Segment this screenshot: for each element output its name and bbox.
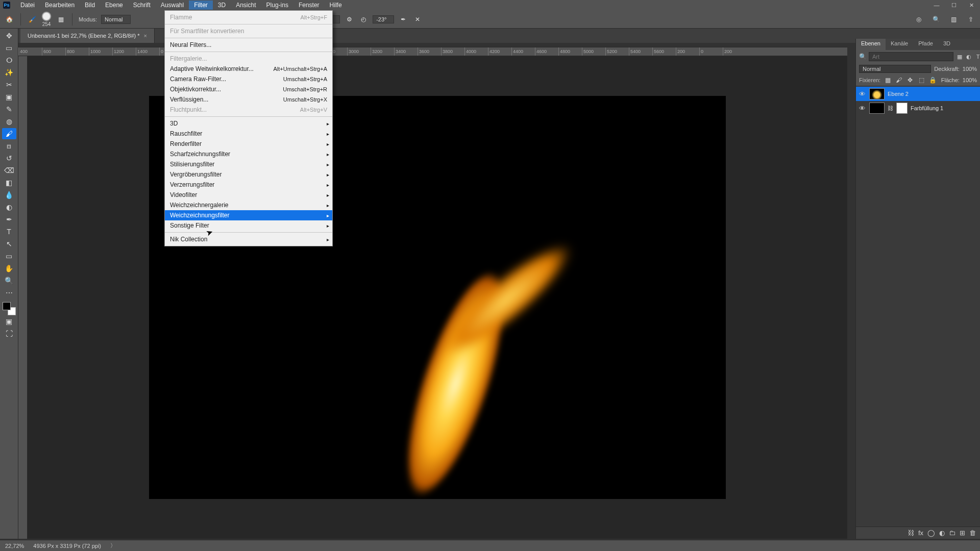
maximize-button[interactable]: ☐ [945,0,963,10]
angle-icon[interactable]: ◴ [358,14,369,24]
link-icon[interactable]: ⛓ [888,105,893,111]
menu-item-fluchtpunkt[interactable]: Fluchtpunkt... Alt+Strg+V [165,105,332,115]
brush-settings-icon[interactable]: ▦ [56,14,66,24]
angle-value[interactable]: -23° [373,15,394,23]
menu-item-weichzeichnungsfilter[interactable]: Weichzeichnungsfilter ▸ [165,210,332,220]
visibility-icon[interactable]: 👁 [859,90,866,98]
menu-ebene[interactable]: Ebene [100,1,128,10]
brush-tool[interactable]: 🖌 [2,128,16,139]
menu-item-camera-raw[interactable]: Camera Raw-Filter... Umschalt+Strg+A [165,74,332,84]
layer-thumbnail[interactable] [869,103,885,114]
menu-schrift[interactable]: Schrift [128,1,156,10]
fg-bg-color[interactable] [3,302,16,315]
menu-item-flamme[interactable]: Flamme Alt+Strg+F [165,12,332,22]
menu-item-videofilter[interactable]: Videofilter ▸ [165,190,332,200]
frame-tool[interactable]: ▣ [2,91,16,103]
link-layers-icon[interactable]: ⛓ [908,529,914,537]
menu-auswahl[interactable]: Auswahl [156,1,189,10]
filter-pixel-icon[interactable]: ▦ [955,53,964,61]
status-chevron-icon[interactable]: 〉 [110,542,116,549]
hand-tool[interactable]: ✋ [2,263,16,274]
menu-item-vegroeberung[interactable]: Vergröberungsfilter ▸ [165,169,332,180]
smoothing-options-icon[interactable]: ⚙ [344,14,354,24]
screen-mode-toggle[interactable]: ⛶ [2,328,16,339]
canvas-viewport[interactable] [28,56,847,539]
magic-wand-tool[interactable]: ✨ [2,67,16,78]
eyedropper-tool[interactable]: ✎ [2,104,16,115]
menu-filter[interactable]: Filter [189,1,213,10]
menu-item-scharfzeichnung[interactable]: Scharfzeichnungsfilter ▸ [165,149,332,159]
brush-tool-preset-icon[interactable]: 🖌️ [27,14,37,24]
gradient-tool[interactable]: ◧ [2,177,16,188]
fill-value[interactable]: 100% [963,77,977,83]
layer-row[interactable]: 👁 ⛓ Farbfüllung 1 [856,101,980,115]
workspace-icon[interactable]: ▥ [948,14,959,24]
brush-preset-picker[interactable]: 254 [41,11,52,27]
menu-item-weichzeichnergalerie[interactable]: Weichzeichnergalerie ▸ [165,200,332,210]
healing-brush-tool[interactable]: ◍ [2,116,16,127]
menu-item-filtergalerie[interactable]: Filtergalerie... [165,54,332,64]
opacity-value[interactable]: 100% [963,66,977,72]
document-tab[interactable]: Unbenannt-1 bei 22,7% (Ebene 2, RGB/8#) … [20,29,155,43]
filter-type-icon[interactable]: T [974,53,980,61]
menu-hilfe[interactable]: Hilfe [325,1,347,10]
menu-item-verzerrung[interactable]: Verzerrungsfilter ▸ [165,180,332,190]
menu-fenster[interactable]: Fenster [293,1,325,10]
lock-paint-icon[interactable]: 🖌 [895,76,903,84]
close-window-button[interactable]: ✕ [963,0,980,10]
menu-item-smartfilter[interactable]: Für Smartfilter konvertieren [165,26,332,36]
shape-tool[interactable]: ▭ [2,251,16,262]
menu-item-sonstige[interactable]: Sonstige Filter ▸ [165,220,332,231]
lasso-tool[interactable]: ⵔ [2,55,16,66]
crop-tool[interactable]: ✂ [2,79,16,90]
type-tool[interactable]: T [2,226,16,237]
search-icon[interactable]: 🔍 [931,14,941,24]
menu-item-verfluessigen[interactable]: Verflüssigen... Umschalt+Strg+X [165,94,332,105]
layer-fx-icon[interactable]: fx [918,529,923,537]
zoom-readout[interactable]: 22,72% [5,543,24,549]
tab-3d[interactable]: 3D [938,39,955,50]
layer-name[interactable]: Ebene 2 [888,91,909,97]
move-tool[interactable]: ✥ [2,30,16,41]
blend-mode-select[interactable]: Normal [101,15,130,24]
blur-tool[interactable]: 💧 [2,189,16,201]
layer-row[interactable]: 👁 Ebene 2 [856,87,980,101]
lock-nested-icon[interactable]: ⬚ [917,76,925,84]
tab-ebenen[interactable]: Ebenen [856,39,886,50]
menu-item-objektiv[interactable]: Objektivkorrektur... Umschalt+Strg+R [165,84,332,94]
share-icon[interactable]: ⇪ [966,14,976,24]
path-select-tool[interactable]: ↖ [2,238,16,249]
target-icon[interactable]: ◎ [914,14,924,24]
menu-bild[interactable]: Bild [80,1,100,10]
menu-item-adaptive[interactable]: Adaptive Weitwinkelkorrektur... Alt+Umsc… [165,64,332,74]
add-mask-icon[interactable]: ◯ [927,529,935,537]
foreground-swatch[interactable] [3,302,11,310]
delete-layer-icon[interactable]: 🗑 [969,529,976,537]
menu-item-rauschfilter[interactable]: Rauschfilter ▸ [165,129,332,139]
layer-blend-mode-select[interactable]: Normal [859,65,931,73]
marquee-tool[interactable]: ▭ [2,42,16,54]
layer-name[interactable]: Farbfüllung 1 [911,105,943,111]
history-brush-tool[interactable]: ↺ [2,153,16,164]
menu-3d[interactable]: 3D [213,1,231,10]
menu-plugins[interactable]: Plug-ins [261,1,293,10]
menu-ansicht[interactable]: Ansicht [231,1,261,10]
lock-position-icon[interactable]: ✥ [906,76,914,84]
menu-item-stilisierung[interactable]: Stilisierungsfilter ▸ [165,159,332,169]
layer-filter-input[interactable] [869,52,953,61]
menu-item-renderfilter[interactable]: Renderfilter ▸ [165,139,332,149]
new-group-icon[interactable]: 🗀 [949,529,955,537]
menu-item-nik[interactable]: Nik Collection ▸ [165,234,332,244]
lock-all-icon[interactable]: 🔒 [928,76,937,84]
tab-pfade[interactable]: Pfade [913,39,938,50]
menu-bearbeiten[interactable]: Bearbeiten [40,1,80,10]
dodge-tool[interactable]: ◐ [2,202,16,213]
tab-close-icon[interactable]: × [144,33,147,39]
lock-transparent-icon[interactable]: ▦ [884,76,892,84]
menu-datei[interactable]: Datei [15,1,40,10]
stamp-tool[interactable]: ⧈ [2,140,16,152]
minimize-button[interactable]: — [928,0,945,10]
new-layer-icon[interactable]: ⊞ [960,529,965,537]
layer-thumbnail[interactable] [869,88,885,99]
zoom-tool[interactable]: 🔍 [2,275,16,286]
